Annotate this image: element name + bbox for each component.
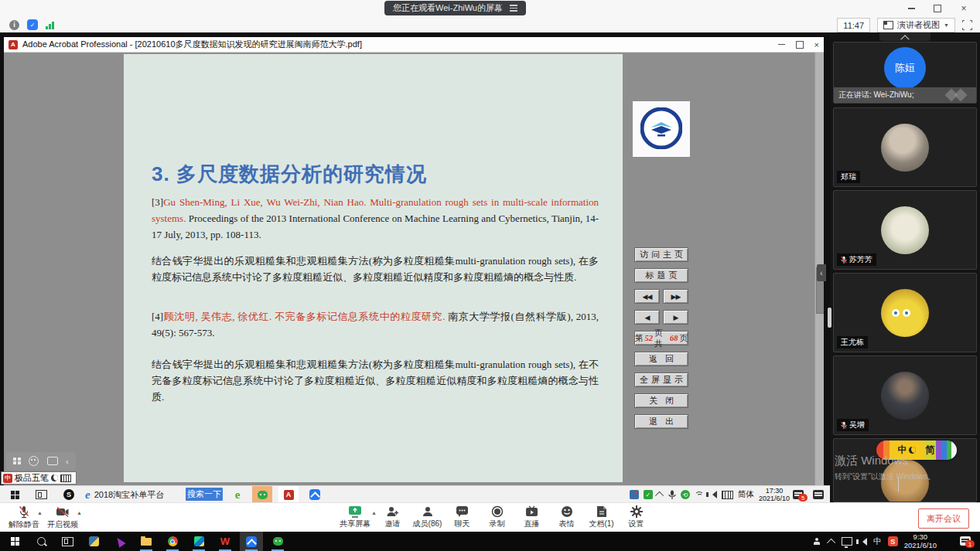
network-icon[interactable] — [842, 537, 852, 546]
meeting-taskbar-button[interactable] — [305, 486, 325, 503]
acrobat-restore-button[interactable] — [796, 41, 804, 49]
tray-chevron-up-icon[interactable] — [827, 538, 835, 546]
chat-button[interactable]: 聊天 — [445, 505, 480, 529]
microphone-icon[interactable] — [668, 490, 676, 500]
nav-exit-button[interactable]: 退出 — [634, 414, 688, 429]
ime-logo-icon[interactable]: 中 — [3, 474, 12, 483]
shield-icon[interactable]: ✓ — [27, 19, 38, 30]
browser-360-button[interactable]: e — [227, 486, 248, 503]
nav-last-button[interactable]: ▶▶ — [663, 289, 688, 304]
nav-first-button[interactable]: ◀◀ — [634, 289, 660, 304]
members-button[interactable]: 成员(86) — [410, 505, 445, 529]
network-signal-icon[interactable] — [46, 20, 54, 29]
keyboard-icon[interactable] — [60, 474, 71, 482]
notification-badge: 1 — [965, 540, 975, 548]
grid-icon[interactable] — [13, 457, 21, 465]
sync-icon[interactable]: ⟲ — [681, 490, 690, 499]
maximize-button[interactable] — [927, 2, 948, 15]
people-tray-icon[interactable] — [814, 538, 823, 546]
acrobat-titlebar[interactable]: A Adobe Acrobat Professional - [20210610… — [4, 37, 824, 53]
wifi-icon[interactable] — [695, 491, 704, 498]
tray-app-icon[interactable] — [630, 490, 639, 499]
minimize-button[interactable] — [901, 2, 921, 15]
chevron-left-icon[interactable]: ‹ — [66, 457, 69, 466]
sidebar-resize-handle[interactable] — [828, 308, 831, 328]
fullscreen-icon[interactable] — [962, 20, 972, 30]
participant-tile[interactable]: 王尤栋 — [833, 273, 977, 352]
start-button[interactable] — [5, 486, 25, 503]
moon-icon[interactable] — [51, 474, 58, 481]
notification-icon[interactable]: 5 — [793, 490, 804, 499]
acrobat-minimize-button[interactable] — [778, 44, 785, 46]
viewer-clock[interactable]: 9:302021/6/10 — [904, 533, 937, 550]
chrome-button[interactable] — [161, 532, 184, 551]
scroll-up-button[interactable] — [879, 32, 930, 41]
action-center-icon[interactable]: 1 — [960, 536, 971, 546]
annotation-toolbar[interactable]: ‹ — [6, 452, 76, 470]
tray-chevron-up-icon[interactable] — [655, 491, 664, 500]
ime-toolbar[interactable]: 中 极品五笔 — [1, 471, 77, 485]
message-icon[interactable] — [47, 457, 58, 465]
sidebar-collapse-tab[interactable]: ‹ — [817, 264, 826, 281]
app-s-icon[interactable]: S — [59, 486, 79, 503]
cursor-app-button[interactable] — [108, 532, 131, 551]
smiley-icon[interactable] — [29, 456, 39, 466]
language-indicator[interactable]: 简体 — [738, 489, 754, 500]
sogou-ime-icon[interactable]: S — [888, 536, 898, 546]
live-button[interactable]: 直播 — [514, 505, 549, 529]
python-taskbar-button[interactable] — [82, 532, 105, 551]
viewer-taskbar: W 中 S 9:302021/6/10 1 — [0, 532, 980, 551]
video-options-arrow[interactable]: ▲ — [77, 510, 82, 515]
docs-button[interactable]: 文档(1) — [584, 505, 619, 529]
nav-title-page-button[interactable]: 标题页 — [634, 268, 688, 283]
meeting-app-button[interactable] — [240, 532, 263, 551]
mic-options-arrow[interactable]: ▲ — [37, 510, 43, 515]
speaker-icon[interactable] — [709, 491, 717, 498]
invite-button[interactable]: 邀请 — [375, 505, 410, 529]
start-button[interactable] — [3, 532, 26, 551]
leave-meeting-button[interactable]: 离开会议 — [918, 508, 969, 529]
task-view-button[interactable] — [31, 486, 51, 503]
nav-next-button[interactable]: ▶ — [663, 310, 688, 325]
watching-banner[interactable]: 您正在观看Wei-ZhiWu的屏幕 — [384, 1, 526, 15]
keyboard-tray-icon[interactable] — [722, 491, 733, 499]
file-explorer-button[interactable] — [135, 532, 158, 551]
view-mode-select[interactable]: 演讲者视图 ▼ — [877, 18, 955, 32]
chat-icon — [456, 505, 469, 518]
nav-prev-button[interactable]: ◀ — [634, 310, 660, 325]
nav-fullscreen-button[interactable]: 全屏显示 — [634, 372, 688, 387]
acrobat-taskbar-button[interactable]: A — [278, 486, 299, 503]
task-view-button[interactable] — [56, 532, 79, 551]
share-screen-button[interactable]: 共享屏幕 ▲ — [335, 505, 375, 529]
usb-eject-icon[interactable]: ✓ — [644, 490, 653, 499]
pycharm-button[interactable] — [187, 532, 210, 551]
acrobat-title-text: Adobe Acrobat Professional - [20210610多尺… — [22, 39, 362, 50]
ie-window-button[interactable]: e 2018淘宝补单平台 — [85, 486, 164, 503]
close-button[interactable]: × — [954, 2, 974, 15]
emoji-button[interactable]: 表情 — [549, 505, 584, 529]
search-button[interactable] — [29, 532, 53, 551]
nav-home-button[interactable]: 访问主页 — [634, 247, 688, 262]
unmute-button[interactable]: 解除静音 — [6, 505, 42, 530]
wps-button[interactable]: W — [213, 532, 237, 551]
banner-menu-icon[interactable] — [510, 3, 517, 13]
info-icon[interactable]: i — [9, 20, 19, 30]
record-button[interactable]: 录制 — [480, 505, 514, 529]
nav-back-button[interactable]: 返回 — [634, 352, 688, 366]
participant-tile-active-speaker[interactable]: 陈姮 正在讲话: Wei-ZhiWu; — [833, 42, 977, 104]
shared-screen: A Adobe Acrobat Professional - [20210610… — [0, 32, 830, 502]
speaker-icon[interactable] — [859, 538, 867, 546]
participant-tile[interactable]: 吴增 — [833, 355, 977, 435]
action-center-icon[interactable] — [813, 490, 824, 499]
wechat-button[interactable] — [266, 532, 289, 551]
settings-button[interactable]: 设置 — [619, 505, 654, 529]
participant-tile[interactable]: 苏芳芳 — [833, 190, 977, 270]
nav-close-button[interactable]: 关闭 — [634, 393, 688, 408]
acrobat-close-button[interactable]: × — [814, 40, 819, 49]
participant-tile[interactable]: 郑瑞 — [833, 107, 977, 187]
start-video-button[interactable]: 开启视频 — [45, 505, 80, 530]
search-button[interactable]: 搜索一下 — [186, 488, 223, 501]
language-indicator[interactable]: 中 — [873, 536, 882, 547]
wechat-taskbar-button[interactable] — [252, 486, 272, 503]
scroll-down-button[interactable] — [898, 478, 899, 492]
